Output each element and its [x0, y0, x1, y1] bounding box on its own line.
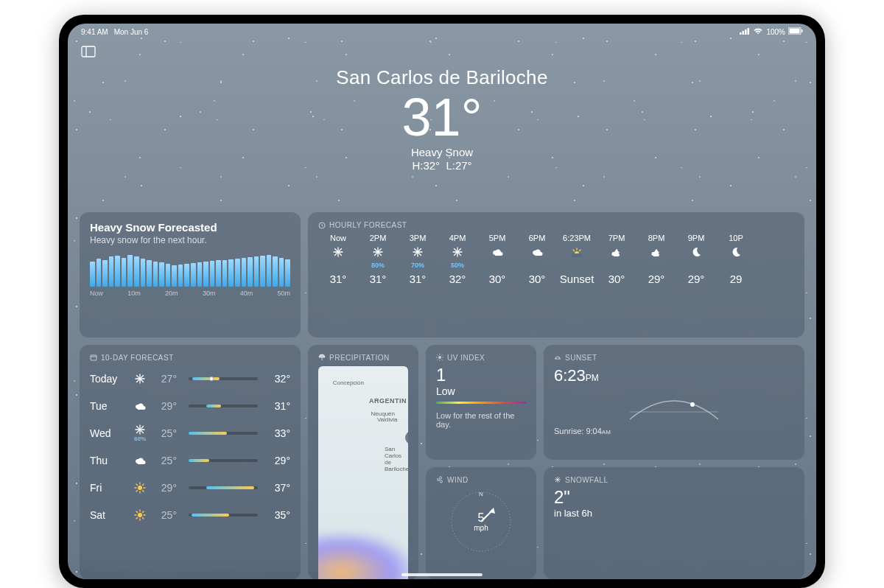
hour-temp: 29° [648, 273, 665, 285]
sunset-card[interactable]: SUNSET 6:23PM Sunrise: 9:04AM [544, 345, 804, 460]
sunset-curve [554, 390, 794, 424]
hourly-forecast-card[interactable]: HOURLY FORECAST Now31°2PM80%31°3PM70%31°… [308, 212, 804, 337]
day-low: 25° [156, 509, 177, 521]
day-low: 25° [156, 455, 177, 466]
svg-line-57 [136, 517, 138, 519]
signal-icon [740, 28, 750, 36]
svg-text:N: N [479, 491, 483, 497]
day-row[interactable]: Sat25°35° [90, 503, 290, 528]
hour-time: 2PM [370, 234, 387, 242]
hour-item[interactable]: 2PM80%31° [358, 234, 398, 285]
sunset-icon [571, 245, 583, 259]
hour-item[interactable]: Now31° [318, 234, 358, 285]
wind-card[interactable]: WIND N 5mph [426, 467, 536, 579]
snow-icon [412, 245, 424, 259]
hour-item[interactable]: 9PM29° [676, 234, 716, 285]
hour-item[interactable]: 5PM30° [477, 234, 517, 285]
hour-item[interactable]: 4PM50%32° [438, 234, 477, 285]
precip-bar [203, 262, 208, 287]
cloud-icon [531, 245, 543, 259]
day-row[interactable]: Thu25°29° [90, 448, 290, 473]
precip-bar [147, 260, 152, 287]
hour-time: 4PM [449, 234, 466, 242]
day-row[interactable]: Wed60%25°33° [90, 421, 290, 446]
snow-alert-card[interactable]: Heavy Snow Forecasted Heavy snow for the… [80, 212, 301, 337]
precip-bar [242, 258, 247, 287]
precip-labels: Now10m20m30m40m50m [90, 290, 290, 297]
uv-index-card[interactable]: UV INDEX 1 Low Low for the rest of the d… [426, 345, 536, 460]
day-row[interactable]: Tue29°31° [90, 393, 290, 419]
hour-item[interactable]: 8PM29° [636, 234, 676, 285]
day-high: 37° [270, 482, 290, 494]
battery-pct: 100% [766, 28, 785, 36]
precip-bar [122, 258, 127, 287]
day-name: Fri [90, 482, 124, 494]
svg-rect-5 [790, 29, 800, 34]
precipitation-map-card[interactable]: PRECIPITATION Concepción ARGENTIN Valdiv… [308, 345, 418, 580]
precip-bar-label: 50m [277, 290, 290, 297]
hour-item[interactable]: 10P29 [716, 234, 756, 285]
precip-bar [210, 261, 215, 287]
svg-line-56 [143, 517, 144, 519]
hour-item[interactable]: 6PM30° [517, 234, 557, 285]
sidebar-button[interactable] [81, 46, 96, 57]
precip-bar-label: 10m [127, 290, 141, 297]
precip-bar-label: 30m [203, 290, 216, 297]
svg-rect-7 [82, 46, 95, 57]
home-indicator[interactable] [401, 573, 483, 576]
hour-temp: 30° [608, 273, 625, 285]
status-bar: 9:41 AM Mon Jun 6 100% [68, 24, 816, 40]
status-date: Mon Jun 6 [114, 28, 149, 36]
temp-range-bar [189, 432, 258, 435]
day-name: Wed [90, 427, 124, 439]
ten-day-forecast-card[interactable]: 10-DAY FORECAST Today27°32°Tue29°31°Wed6… [80, 345, 301, 580]
precip-bar [222, 260, 228, 287]
hour-precip-pct: 80% [371, 262, 385, 268]
day-high: 29° [270, 455, 290, 466]
high-low: H:32° L:27° [68, 159, 816, 172]
alert-subtitle: Heavy snow for the next hour. [90, 235, 290, 245]
sunrise-label: Sunrise: 9:04AM [554, 427, 794, 435]
snowfall-header: SNOWFALL [565, 476, 608, 484]
hour-time: 7PM [608, 234, 625, 242]
day-high: 33° [270, 427, 290, 439]
hour-time: 10P [729, 234, 743, 242]
temp-range-bar [189, 459, 258, 462]
precip-bar [134, 256, 139, 287]
map-pin-label: San Carlos de Bariloche [385, 446, 408, 472]
precip-bar [254, 256, 259, 287]
precip-bar [178, 265, 183, 287]
moon-icon [690, 245, 702, 259]
sunset-header: SUNSET [565, 354, 597, 362]
uv-level: Low [436, 385, 526, 397]
umbrella-icon [318, 354, 326, 361]
svg-rect-0 [740, 32, 742, 35]
snowfall-card[interactable]: SNOWFALL 2" in last 6h [544, 467, 804, 579]
svg-point-41 [138, 486, 142, 490]
precip-bar [279, 258, 284, 287]
temp-range-bar [189, 514, 258, 517]
precip-bar [184, 264, 189, 287]
temp-range-bar [189, 486, 258, 489]
precip-bar [127, 255, 133, 287]
day-row[interactable]: Today27°32° [90, 366, 290, 391]
temp-range-bar [189, 405, 258, 407]
day-name: Tue [90, 400, 124, 412]
precip-header: PRECIPITATION [329, 354, 390, 362]
precip-map[interactable]: Concepción ARGENTIN Valdivia Neuquén 31 … [318, 366, 408, 580]
temp-range-bar [189, 377, 258, 380]
current-weather-hero: San Carlos de Bariloche 31° Heavy Snow H… [68, 24, 816, 172]
precip-bar-label: 40m [240, 290, 253, 297]
hour-item[interactable]: 3PM70%31° [398, 234, 438, 285]
snow-icon [372, 245, 384, 259]
day-high: 32° [270, 373, 290, 385]
hour-item[interactable]: 7PM30° [597, 234, 636, 285]
hour-item[interactable]: 6:23PMSunset [557, 234, 597, 285]
hour-time: 5PM [489, 234, 506, 242]
hour-time: 6PM [529, 234, 546, 242]
day-row[interactable]: Fri29°37° [90, 475, 290, 500]
calendar-icon [90, 354, 97, 361]
sunset-time: 6:23PM [554, 366, 794, 385]
battery-icon [788, 27, 803, 36]
day-name: Thu [90, 455, 124, 466]
